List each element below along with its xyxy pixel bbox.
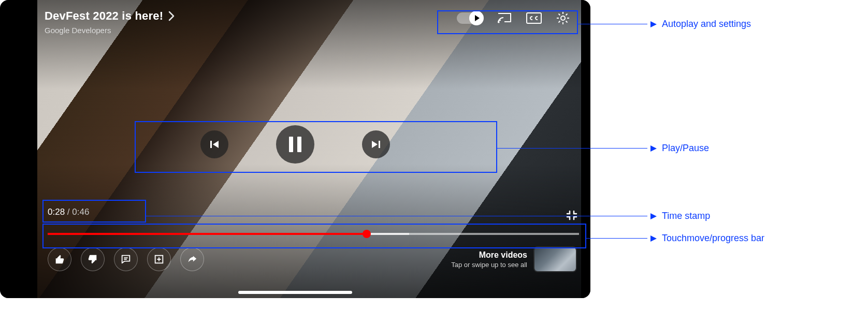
duration: 0:46 [72,207,89,217]
svg-rect-12 [379,141,380,148]
video-title: DevFest 2022 is here! [45,9,163,23]
annotation-top-label: Autoplay and settings [662,19,751,29]
pause-icon [289,137,301,152]
home-indicator [238,291,352,294]
share-icon [186,254,198,265]
top-right-controls [452,9,575,27]
more-videos-title: More videos [451,250,527,260]
center-playback-controls [200,125,390,164]
save-button[interactable] [147,247,171,271]
annotation-center: Play/Pause [497,143,709,154]
svg-line-8 [566,21,568,23]
next-track-icon [370,139,382,150]
svg-line-9 [566,14,568,16]
svg-point-2 [561,16,565,20]
svg-rect-1 [527,13,541,23]
cast-icon[interactable] [497,12,512,24]
gear-icon[interactable] [556,11,570,25]
like-button[interactable] [48,247,71,271]
previous-track-icon [209,139,220,150]
timestamp: 0:28 / 0:46 [48,207,89,217]
annotation-progress-label: Touchmove/progress bar [662,233,764,244]
thumbs-down-icon [87,254,98,265]
top-bar: DevFest 2022 is here! Google Developers [45,9,575,35]
title-block[interactable]: DevFest 2022 is here! Google Developers [45,9,175,35]
more-videos-thumbnail [534,247,576,271]
progress-bar[interactable] [48,233,579,235]
add-to-playlist-icon [153,254,165,265]
play-pause-button[interactable] [276,125,314,164]
svg-point-0 [498,21,499,23]
share-button[interactable] [180,247,204,271]
dislike-button[interactable] [81,247,105,271]
svg-rect-11 [210,141,212,148]
svg-line-10 [559,21,560,23]
next-button[interactable] [362,130,390,158]
more-videos-subtitle: Tap or swipe up to see all [451,261,527,269]
annotation-time: Time stamp [146,211,710,221]
more-videos[interactable]: More videos Tap or swipe up to see all [451,247,576,271]
previous-button[interactable] [200,130,228,158]
thumbs-up-icon [54,254,65,265]
annotation-top: Autoplay and settings [578,19,751,29]
progress-fill [48,233,367,235]
comment-icon [120,254,132,265]
annotation-time-label: Time stamp [662,211,710,221]
chevron-right-icon [168,11,175,21]
closed-captions-icon[interactable] [526,12,542,24]
svg-line-7 [559,14,560,16]
progress-scrubber[interactable] [363,230,371,238]
annotation-progress: Touchmove/progress bar [586,233,764,244]
comments-button[interactable] [114,247,138,271]
action-row [48,247,204,271]
channel-name: Google Developers [45,26,175,35]
current-time: 0:28 [48,207,65,217]
annotation-center-label: Play/Pause [662,143,709,154]
autoplay-knob-play-icon [469,11,484,25]
autoplay-toggle[interactable] [457,12,483,24]
